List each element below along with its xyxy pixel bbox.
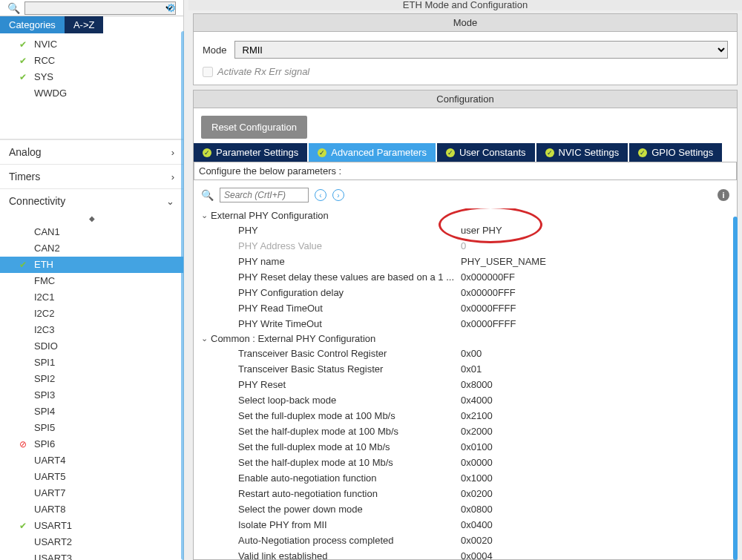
param-label: Transceiver Basic Status Register [238, 362, 461, 376]
param-value: user PHY [461, 223, 729, 237]
tree-item-UART5[interactable]: UART5 [0, 469, 183, 485]
group-label: Common : External PHY Configuration [211, 333, 375, 344]
param-value: 0x4000 [461, 393, 729, 407]
chevron-down-icon: ⌄ [166, 196, 174, 207]
param-row[interactable]: PHY Reset0x8000 [201, 377, 729, 392]
param-row[interactable]: Set the full-duplex mode at 10 Mb/s0x010… [201, 439, 729, 455]
tree-item-I2C3[interactable]: I2C3 [0, 322, 183, 338]
param-label: PHY name [238, 254, 461, 269]
reset-button[interactable]: Reset Configuration [201, 116, 307, 139]
section-label: Timers [9, 171, 40, 182]
tree-item-SPI6[interactable]: ⊘SPI6 [0, 436, 183, 452]
param-row[interactable]: Select the power down mode0x0800 [201, 501, 729, 517]
param-value: 0x0100 [461, 440, 729, 454]
tree-item-I2C2[interactable]: I2C2 [0, 306, 183, 322]
gear-icon[interactable]: ⚙ [166, 1, 176, 15]
param-value: 0 [461, 239, 729, 253]
tree-item-ETH[interactable]: ✔ETH [0, 257, 183, 273]
tree-item-USART2[interactable]: USART2 [0, 534, 183, 550]
search-dropdown[interactable] [24, 1, 176, 15]
main: ETH Mode and Configuration Mode Mode RMI… [184, 0, 742, 560]
param-label: Valid link established [238, 549, 461, 559]
param-value: 0x2000 [461, 424, 729, 438]
activate-rx-checkbox[interactable] [203, 67, 213, 77]
section-analog[interactable]: Analog › [0, 139, 183, 164]
tab-a2z[interactable]: A->Z [65, 16, 104, 33]
tree-item-I2C1[interactable]: I2C1 [0, 289, 183, 306]
param-label: Transceiver Basic Control Register [238, 346, 461, 360]
info-icon[interactable]: i [718, 189, 729, 201]
param-label: Set the half-duplex mode at 10 Mb/s [238, 455, 461, 470]
tree-item-UART4[interactable]: UART4 [0, 452, 183, 469]
param-label: Select the power down mode [238, 502, 461, 516]
param-value: 0x00000FFF [461, 286, 729, 300]
param-value: 0x01 [461, 362, 729, 376]
param-row[interactable]: Set the half-duplex mode at 100 Mb/s0x20… [201, 424, 729, 439]
param-value: 0x0020 [461, 533, 729, 547]
param-row[interactable]: Select loop-back mode0x4000 [201, 392, 729, 408]
tree-item-SPI1[interactable]: SPI1 [0, 355, 183, 371]
param-label: PHY [238, 223, 461, 237]
group-common-phy[interactable]: ⌄ Common : External PHY Configuration [201, 332, 729, 346]
param-row[interactable]: PHY Address Value0 [201, 238, 729, 254]
tree: ✔NVIC✔RCC✔SYSWWDG Analog › Timers › Conn… [0, 33, 183, 560]
param-row[interactable]: Enable auto-negotiation function0x1000 [201, 470, 729, 486]
param-label: Set the full-duplex mode at 100 Mb/s [238, 409, 461, 423]
section-connectivity[interactable]: Connectivity ⌄ [0, 188, 183, 213]
tree-item-SPI3[interactable]: SPI3 [0, 387, 183, 403]
tree-item-NVIC[interactable]: ✔NVIC [0, 36, 183, 53]
next-result-icon[interactable]: › [332, 189, 344, 201]
tree-item-USART1[interactable]: ✔USART1 [0, 518, 183, 534]
param-row[interactable]: Transceiver Basic Control Register0x00 [201, 346, 729, 361]
check-icon: ✓ [446, 148, 455, 157]
subtab-parameter-settings[interactable]: ✓Parameter Settings [194, 143, 307, 162]
tree-item-SPI4[interactable]: SPI4 [0, 403, 183, 420]
param-search-input[interactable] [220, 188, 309, 202]
subtab-user-constants[interactable]: ✓User Constants [437, 143, 535, 162]
param-row[interactable]: PHY namePHY_USER_NAME [201, 254, 729, 269]
mode-label: Mode [203, 45, 227, 56]
param-row[interactable]: Isolate PHY from MII0x0400 [201, 517, 729, 533]
tree-item-RCC[interactable]: ✔RCC [0, 53, 183, 69]
param-row[interactable]: PHYuser PHY [201, 223, 729, 238]
tree-item-FMC[interactable]: FMC [0, 273, 183, 289]
top-search-bar: 🔍 [0, 0, 183, 16]
param-label: PHY Address Value [238, 239, 461, 253]
subtab-advanced-parameters[interactable]: ✓Advanced Parameters [309, 143, 436, 162]
tree-item-UART7[interactable]: UART7 [0, 485, 183, 501]
check-icon: ✓ [545, 148, 554, 157]
tree-item-SPI5[interactable]: SPI5 [0, 420, 183, 436]
subtab-nvic-settings[interactable]: ✓NVIC Settings [536, 143, 628, 162]
param-value: 0x8000 [461, 378, 729, 392]
param-row[interactable]: PHY Reset delay these values are based o… [201, 269, 729, 285]
param-label: Enable auto-negotiation function [238, 471, 461, 485]
mode-select[interactable]: RMII [234, 41, 728, 59]
param-row[interactable]: Transceiver Basic Status Register0x01 [201, 361, 729, 377]
prev-result-icon[interactable]: ‹ [315, 189, 326, 201]
param-row[interactable]: PHY Configuration delay0x00000FFF [201, 285, 729, 300]
param-row[interactable]: Valid link established0x0004 [201, 548, 729, 559]
section-timers[interactable]: Timers › [0, 164, 183, 188]
group-external-phy[interactable]: ⌄ External PHY Configuration [201, 208, 729, 223]
tree-item-UART8[interactable]: UART8 [0, 501, 183, 518]
param-row[interactable]: Set the half-duplex mode at 10 Mb/s0x000… [201, 455, 729, 470]
tree-item-CAN1[interactable]: CAN1 [0, 224, 183, 240]
main-scrollbar[interactable] [733, 217, 738, 560]
tree-item-SPI2[interactable]: SPI2 [0, 371, 183, 387]
param-value: 0x0000 [461, 455, 729, 470]
param-row[interactable]: Set the full-duplex mode at 100 Mb/s0x21… [201, 408, 729, 424]
param-row[interactable]: PHY Read TimeOut0x0000FFFF [201, 300, 729, 316]
tree-item-SDIO[interactable]: SDIO [0, 338, 183, 355]
sort-icon[interactable]: ◆ [0, 213, 183, 224]
tree-item-SYS[interactable]: ✔SYS [0, 69, 183, 85]
tree-item-USART3[interactable]: USART3 [0, 550, 183, 560]
tree-item-CAN2[interactable]: CAN2 [0, 240, 183, 257]
param-row[interactable]: Auto-Negotiation process completed0x0020 [201, 533, 729, 548]
mode-header: Mode [194, 14, 737, 32]
tab-categories[interactable]: Categories [0, 16, 65, 33]
check-icon: ✓ [638, 148, 647, 157]
param-row[interactable]: Restart auto-negotiation function0x0200 [201, 486, 729, 501]
tree-item-WWDG[interactable]: WWDG [0, 85, 183, 102]
param-row[interactable]: PHY Write TimeOut0x0000FFFF [201, 316, 729, 332]
subtab-gpio-settings[interactable]: ✓GPIO Settings [629, 143, 722, 162]
